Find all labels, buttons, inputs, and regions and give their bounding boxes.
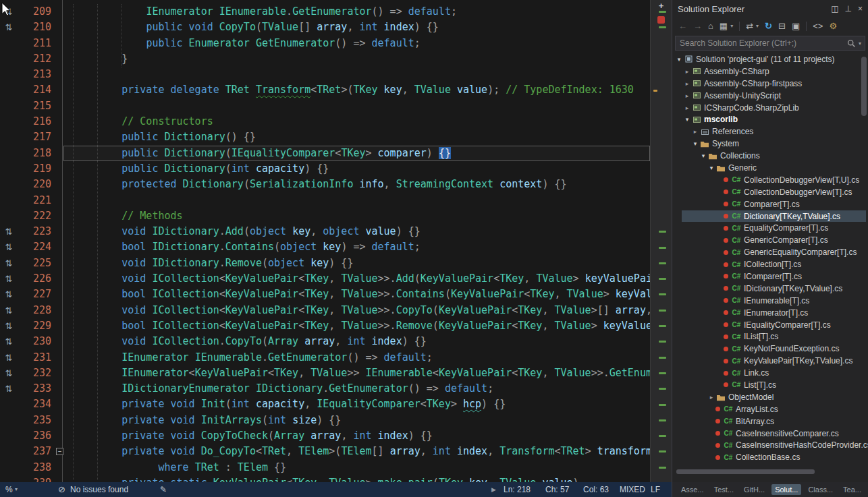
issues-status[interactable]: No issues found (70, 482, 128, 497)
line-number[interactable]: 234 (18, 397, 51, 412)
tool-tab-test[interactable]: Test... (711, 484, 737, 495)
line-number[interactable]: 229 (18, 318, 51, 334)
code-line-body[interactable]: bool ICollection<KeyValuePair<TKey, TVal… (63, 318, 650, 334)
code-line[interactable]: 211 public Enumerator GetEnumerator() =>… (0, 36, 650, 51)
code-line-body[interactable]: public Enumerator GetEnumerator() => def… (63, 36, 650, 51)
code-line-body[interactable] (63, 67, 650, 82)
code-line-body[interactable]: // Methods (63, 208, 650, 224)
code-line[interactable]: ⇅233 IDictionaryEnumerator IDictionary.G… (0, 381, 650, 397)
implements-icon[interactable]: ⇅ (0, 318, 18, 334)
code-line-body[interactable]: − private void Do_CopyTo<TRet, TElem>(TE… (63, 444, 650, 459)
code-line-body[interactable]: IDictionaryEnumerator IDictionary.GetEnu… (63, 381, 650, 397)
tree-item[interactable]: ▾Collections (672, 150, 868, 162)
code-line-body[interactable]: private void InitArrays(int size) {} (63, 413, 650, 428)
tree-item[interactable]: ▾Generic (672, 162, 868, 174)
code-line-body[interactable]: } (63, 51, 650, 67)
expander-collapsed-icon[interactable]: ▸ (683, 80, 691, 87)
dock-position-icon[interactable]: ◫ (831, 4, 838, 13)
code-line-body[interactable]: void ICollection<KeyValuePair<TKey, TVal… (63, 303, 650, 318)
tree-item[interactable]: C#CollectionBase.cs (672, 451, 868, 463)
line-number[interactable]: 228 (18, 303, 51, 318)
glyph-margin[interactable] (0, 129, 18, 145)
tree-item[interactable]: C#KeyValuePair[TKey,TValue].cs (672, 355, 868, 367)
home-icon[interactable]: ⌂ (708, 21, 713, 32)
tree-item[interactable]: ▾mscorlib (672, 113, 868, 125)
line-number[interactable]: 210 (18, 20, 51, 35)
collapse-all-icon[interactable]: ⊟ (778, 21, 786, 32)
glyph-margin[interactable] (0, 428, 18, 444)
implements-icon[interactable]: ⇅ (0, 350, 18, 366)
code-line-body[interactable]: IEnumerator IEnumerable.GetEnumerator() … (63, 350, 650, 366)
expander-expanded-icon[interactable]: ▾ (683, 116, 691, 123)
view-code-icon[interactable]: <> (813, 21, 823, 32)
show-all-files-icon[interactable]: ▣ (792, 21, 800, 32)
tree-item[interactable]: C#CaseInsensitiveComparer.cs (672, 428, 868, 440)
tree-item[interactable]: ▸Assembly-CSharp (672, 65, 868, 78)
code-editor[interactable]: ⇅209 IEnumerator IEnumerable.GetEnumerat… (0, 0, 650, 482)
tree-item[interactable]: C#IEnumerator[T].cs (672, 307, 868, 319)
code-line[interactable]: ⇅230 void ICollection.CopyTo(Array array… (0, 334, 650, 349)
line-number[interactable]: 227 (18, 287, 51, 302)
glyph-margin[interactable] (0, 177, 18, 192)
close-icon[interactable]: × (858, 4, 863, 13)
expander-expanded-icon[interactable]: ▾ (691, 140, 699, 147)
code-line-body[interactable] (63, 193, 650, 208)
tree-item[interactable]: ▸ICSharpCode.SharpZipLib (672, 102, 868, 114)
tree-item[interactable]: C#BitArray.cs (672, 415, 868, 428)
tree-item[interactable]: C#IEqualityComparer[T].cs (672, 319, 868, 331)
code-line[interactable]: ⇅229 bool ICollection<KeyValuePair<TKey,… (0, 318, 650, 334)
tree-item[interactable]: ▸Assembly-UnityScript (672, 90, 868, 102)
implements-icon[interactable]: ⇅ (0, 381, 18, 397)
glyph-margin[interactable] (0, 51, 18, 67)
code-line[interactable]: 238 where TRet : TElem {} (0, 460, 650, 475)
code-line[interactable]: ⇅231 IEnumerator IEnumerable.GetEnumerat… (0, 350, 650, 366)
fold-collapse-icon[interactable]: − (56, 448, 63, 455)
search-icon[interactable] (847, 39, 856, 48)
tree-item[interactable]: C#CollectionDebuggerView[T,U].cs (672, 174, 868, 186)
tree-item[interactable]: C#CollectionDebuggerView[T].cs (672, 186, 868, 198)
expander-collapsed-icon[interactable]: ▸ (683, 68, 691, 75)
implements-icon[interactable]: ⇅ (0, 303, 18, 318)
line-number[interactable]: 211 (18, 36, 51, 51)
zoom-caret-icon[interactable]: ▾ (15, 482, 18, 497)
edit-tracking-pen-icon[interactable]: ✎ (160, 482, 167, 497)
line-number[interactable]: 238 (18, 460, 51, 475)
search-input[interactable] (676, 38, 844, 48)
line-number[interactable]: 212 (18, 51, 51, 67)
code-line[interactable]: 213 (0, 67, 650, 82)
line-number[interactable]: 239 (18, 475, 51, 482)
code-line-body[interactable] (63, 98, 650, 114)
code-line[interactable]: 214 private delegate TRet Transform<TRet… (0, 82, 650, 98)
glyph-margin[interactable] (0, 475, 18, 482)
tool-tab-gith[interactable]: GitH... (740, 484, 768, 495)
line-number[interactable]: 209 (18, 4, 51, 20)
tree-item[interactable]: C#List[T].cs (672, 379, 868, 391)
code-line-body[interactable]: protected Dictionary(SerializationInfo i… (63, 177, 650, 192)
tree-item[interactable]: C#IDictionary[TKey,TValue].cs (672, 283, 868, 295)
code-line-body[interactable]: private static KeyValuePair<TKey, TValue… (63, 475, 650, 482)
tree-item[interactable]: C#ICollection[T].cs (672, 258, 868, 270)
line-number[interactable]: 214 (18, 82, 51, 98)
line-number[interactable]: 230 (18, 334, 51, 349)
solution-explorer-titlebar[interactable]: Solution Explorer ◫⊥× (672, 0, 868, 18)
code-line-body[interactable]: private void CopyToCheck(Array array, in… (63, 428, 650, 444)
line-number[interactable]: 226 (18, 271, 51, 287)
code-line[interactable]: 221 (0, 193, 650, 208)
glyph-margin[interactable] (0, 413, 18, 428)
code-line-body[interactable]: public void CopyTo(TValue[] array, int i… (63, 20, 650, 35)
glyph-margin[interactable] (0, 36, 18, 51)
code-line[interactable]: 237− private void Do_CopyTo<TRet, TElem>… (0, 444, 650, 459)
refresh-icon[interactable]: ↻ (765, 21, 772, 32)
glyph-margin[interactable] (0, 161, 18, 177)
switch-views-icon[interactable]: ▦ (720, 21, 728, 32)
code-line-body[interactable]: IEnumerator IEnumerable.GetEnumerator() … (63, 4, 650, 20)
line-number[interactable]: 236 (18, 428, 51, 444)
code-line-body[interactable]: void ICollection<KeyValuePair<TKey, TVal… (63, 271, 650, 287)
line-number[interactable]: 213 (18, 67, 51, 82)
line-number[interactable]: 216 (18, 114, 51, 129)
editor-vertical-scrollbar[interactable]: + (650, 0, 672, 482)
glyph-margin[interactable] (0, 444, 18, 459)
line-number[interactable]: 218 (18, 146, 51, 161)
tree-item[interactable]: C#EqualityComparer[T].cs (672, 222, 868, 234)
code-line[interactable]: ⇅225 void IDictionary.Remove(object key)… (0, 256, 650, 271)
